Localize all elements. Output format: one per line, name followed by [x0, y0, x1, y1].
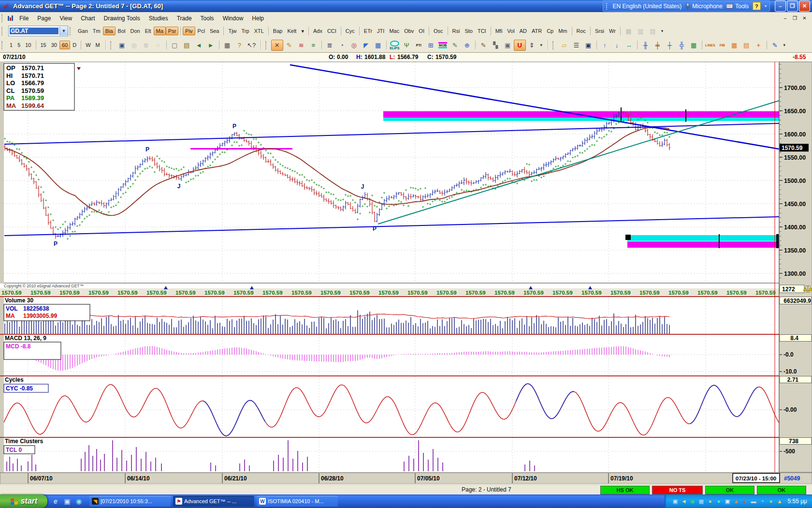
- study-button-mac[interactable]: Mac: [387, 27, 402, 35]
- chart-edit-arrow-icon[interactable]: ▾: [781, 40, 788, 51]
- chart-type-2-icon[interactable]: ▥: [635, 26, 647, 37]
- menu-item-studies[interactable]: Studies: [145, 14, 173, 23]
- align-icon[interactable]: ⇕: [526, 40, 538, 51]
- study-button-elt[interactable]: Elt: [143, 27, 154, 35]
- tray-lang-icon[interactable]: ▣: [671, 498, 679, 505]
- study-button-tci[interactable]: TCI: [475, 27, 489, 35]
- study-button-adx[interactable]: Adx: [311, 27, 325, 35]
- mdi-minimize-button[interactable]: –: [782, 15, 789, 22]
- tile-windows-icon[interactable]: ▚: [490, 40, 502, 51]
- more-tools-arrow-icon[interactable]: ▾: [538, 40, 545, 51]
- language-indicator[interactable]: EN English (United States): [613, 3, 682, 10]
- magnet-u-icon[interactable]: U: [514, 40, 526, 51]
- chart-edit-icon[interactable]: ✎: [769, 40, 781, 51]
- help-icon[interactable]: ?: [233, 40, 246, 51]
- layout-folder-icon[interactable]: ▱: [558, 40, 570, 51]
- study-button-vol[interactable]: Vol: [505, 27, 517, 35]
- tray-volume-icon[interactable]: ◄: [680, 498, 687, 505]
- tray-clock-sync-icon[interactable]: ◔: [758, 498, 766, 505]
- timeframe-button-1[interactable]: 1: [7, 41, 15, 49]
- time-cycle-icon[interactable]: ◔: [336, 40, 348, 51]
- shape-tool-icon[interactable]: ○: [152, 40, 164, 51]
- study-button-sto[interactable]: Sto: [462, 27, 475, 35]
- language-tools-button[interactable]: Tools: [726, 3, 749, 10]
- line-style-icon[interactable]: ≣: [140, 40, 152, 51]
- toolbar-grip[interactable]: [552, 41, 556, 49]
- study-button-cci[interactable]: CCI: [325, 27, 339, 35]
- fib-button-icon[interactable]: FIB: [716, 40, 728, 51]
- timeframe-button-m[interactable]: M: [93, 41, 102, 49]
- microphone-button[interactable]: Microphone: [685, 3, 723, 10]
- timeframe-button-w[interactable]: W: [83, 41, 93, 49]
- language-help-button[interactable]: ?: [753, 2, 761, 10]
- menu-item-window[interactable]: Window: [218, 14, 248, 23]
- study-button-pcl[interactable]: Pcl: [195, 27, 207, 35]
- make-or-break-grid-icon[interactable]: ⊞: [425, 40, 437, 51]
- tray-esignal-icon[interactable]: ▲: [732, 498, 740, 505]
- toolbar1-grip-2[interactable]: [70, 27, 73, 35]
- chart-style-line-icon[interactable]: ┼: [664, 40, 676, 51]
- task-button-3[interactable]: WISOTIMIA 020410 - M...: [257, 496, 338, 507]
- language-bar-grip[interactable]: [606, 3, 609, 10]
- timeframe-button-15[interactable]: 15: [38, 41, 49, 49]
- pencil-tool-icon[interactable]: ✎: [283, 40, 295, 51]
- study-button-rsi[interactable]: Rsi: [450, 27, 463, 35]
- mob-icon[interactable]: MOB: [437, 40, 449, 51]
- chart-canvas[interactable]: PPJPJPOP1570.71HI1570.71LO1566.79CL1570.…: [0, 61, 812, 484]
- menu-item-view[interactable]: View: [55, 14, 76, 23]
- timeframe-button-60[interactable]: 60: [59, 41, 70, 49]
- close-button[interactable]: ✕: [799, 0, 810, 12]
- context-help-icon[interactable]: ↖?: [246, 40, 258, 51]
- study-button-▾[interactable]: ▾: [299, 27, 306, 36]
- task-button-1[interactable]: ◥[07/21/2010 10:55:3...: [89, 496, 171, 507]
- study-button-psr[interactable]: Psr: [166, 27, 179, 35]
- task-button-2[interactable]: ⚑Advanced GET™ -- ...: [173, 496, 254, 507]
- tray-messenger-icon[interactable]: ●: [715, 498, 722, 505]
- grid-orange-2-icon[interactable]: ▤: [740, 40, 753, 51]
- copy-page-icon[interactable]: ▣: [502, 40, 514, 51]
- chart-type-3-icon[interactable]: ▤: [647, 26, 659, 37]
- ie-icon[interactable]: e: [51, 497, 60, 506]
- cycles-plot-background[interactable]: [4, 376, 779, 437]
- study-button-kelt[interactable]: Kelt: [285, 27, 299, 35]
- study-button-xtl[interactable]: XTL: [252, 27, 266, 35]
- toolbar2-grip[interactable]: [1, 41, 5, 49]
- chart-window-icon[interactable]: [7, 15, 14, 22]
- study-button-atr[interactable]: ATR: [529, 27, 544, 35]
- mdi-restore-button[interactable]: ❐: [791, 15, 798, 22]
- menu-item-drawing-tools[interactable]: Drawing Tools: [100, 14, 145, 23]
- study-button-mfi[interactable]: Mfi: [493, 27, 505, 35]
- study-button-etr[interactable]: ETr: [362, 27, 375, 35]
- pti-icon[interactable]: PTI: [413, 40, 425, 51]
- menu-item-tools[interactable]: Tools: [196, 14, 218, 23]
- gann-fan-icon[interactable]: ◤: [360, 40, 372, 51]
- study-button-bol[interactable]: Bol: [116, 27, 128, 35]
- study-button-ad[interactable]: AD: [517, 27, 529, 35]
- menu-item-trade[interactable]: Trade: [173, 14, 196, 23]
- back-arrow-icon[interactable]: ◄: [193, 40, 205, 51]
- print-icon[interactable]: ▦: [221, 40, 233, 51]
- timeframe-button-30[interactable]: 30: [49, 41, 59, 49]
- tray-alert-icon[interactable]: ▲: [776, 498, 783, 505]
- tray-power-icon[interactable]: ●: [767, 498, 774, 505]
- forward-arrow-icon[interactable]: ►: [205, 40, 217, 51]
- study-button-osc[interactable]: Osc: [431, 27, 446, 35]
- study-button-bap[interactable]: Bap: [271, 27, 285, 35]
- symbol-combobox[interactable]: GD.AT ▼: [8, 26, 68, 36]
- tray-usb-icon[interactable]: ▬: [750, 498, 757, 505]
- menu-bar-grip[interactable]: [1, 14, 5, 22]
- timeframe-button-5[interactable]: 5: [15, 41, 23, 49]
- toolbar-grip[interactable]: [265, 41, 269, 49]
- clusters-plot-background[interactable]: [4, 438, 779, 472]
- bullseye-icon[interactable]: ◎: [348, 40, 360, 51]
- tray-antivirus-icon[interactable]: ◉: [689, 498, 696, 505]
- chart-style-candles-icon[interactable]: ╪: [652, 40, 664, 51]
- tray-network-icon[interactable]: ▦: [697, 498, 705, 505]
- toolbar1-grip[interactable]: [1, 27, 5, 35]
- gann-grid-icon[interactable]: ▦: [372, 40, 384, 51]
- combo-dropdown-icon[interactable]: ▼: [59, 27, 68, 35]
- maximize-button[interactable]: ❐: [787, 0, 798, 12]
- lasso-icon[interactable]: ✎: [449, 40, 461, 51]
- study-button-srsi[interactable]: Srsi: [593, 27, 607, 35]
- study-button-tjw[interactable]: Tjw: [226, 27, 239, 35]
